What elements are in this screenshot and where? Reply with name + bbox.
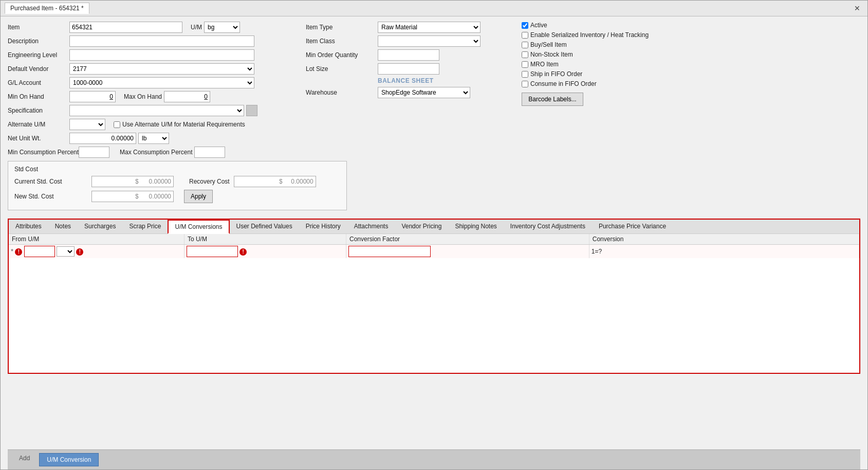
description-input[interactable] [69,35,254,47]
warehouse-label: Warehouse [306,89,378,96]
min-on-hand-input[interactable] [69,91,116,102]
item-input[interactable] [69,22,182,33]
max-on-hand-input[interactable] [164,91,210,102]
tab-scrap-price[interactable]: Scrap Price [122,220,168,233]
um-conversion-button[interactable]: U/M Conversion [39,453,99,466]
lot-size-label: Lot Size [306,65,378,73]
tab-price-history[interactable]: Price History [299,220,347,233]
mro-checkbox[interactable] [522,61,528,68]
tab-purchase-price[interactable]: Purchase Price Variance [592,220,673,233]
form-section: Item U/M bg Description Engine [8,22,860,213]
col-conversion-factor: Conversion Factor [346,234,589,245]
consume-fifo-checkbox[interactable] [522,81,528,87]
main-window: Purchased Item - 654321 * ✕ Item U/M bg [0,0,868,470]
from-um-input[interactable] [24,246,55,257]
tab-attachments[interactable]: Attachments [347,220,395,233]
warehouse-select[interactable]: ShopEdge Software [378,87,470,98]
conv-factor-input[interactable] [348,246,431,257]
conv-factor-cell [346,245,589,259]
tab-vendor-pricing[interactable]: Vendor Pricing [395,220,448,233]
content-area: Item U/M bg Description Engine [1,16,867,469]
buy-sell-checkbox[interactable] [522,42,528,48]
tab-content-um-conversions: From U/M To U/M Conversion Factor Conver… [9,234,859,373]
max-consumption-input[interactable] [194,147,225,158]
to-um-input[interactable] [187,246,238,257]
add-label[interactable]: Add [13,453,36,466]
new-std-cost-input[interactable] [91,191,174,202]
new-std-cost-label: New Std. Cost [14,193,91,200]
item-type-select[interactable]: Raw Material [378,22,481,33]
tabs-bar: Attributes Notes Surcharges Scrap Price … [9,220,859,234]
net-unit-wt-input[interactable] [69,133,136,144]
from-um-select-error-icon: ! [76,248,83,256]
mro-label: MRO Item [530,61,559,68]
use-alt-um-checkbox[interactable] [114,121,120,128]
from-um-error-icon: ! [15,248,22,256]
std-cost-title: Std Cost [14,166,340,173]
min-order-label: Min Order Quantity [306,51,378,59]
enable-serial-checkbox[interactable] [522,32,528,39]
title-bar: Purchased Item - 654321 * ✕ [1,1,867,16]
conversion-cell: 1=? [589,245,859,259]
vendor-select[interactable]: 2177 [69,63,254,75]
from-um-select[interactable] [57,246,75,257]
specification-color-box [246,105,257,116]
tab-surcharges[interactable]: Surcharges [78,220,122,233]
balance-sheet-row: BALANCE SHEET [306,77,511,84]
tab-inventory-cost[interactable]: Inventory Cost Adjustments [504,220,592,233]
item-class-row: Item Class [306,35,511,47]
active-checkbox[interactable] [522,22,528,29]
tab-shipping-notes[interactable]: Shipping Notes [448,220,503,233]
table-row: * ! ! ! [9,245,859,259]
active-label: Active [530,22,547,29]
ship-fifo-checkbox[interactable] [522,71,528,78]
tab-um-conversions[interactable]: U/M Conversions [168,220,229,234]
item-class-select[interactable] [378,35,481,47]
um-select[interactable]: bg [204,22,240,33]
lot-size-input[interactable] [378,63,439,75]
col-left: Item U/M bg Description Engine [8,22,296,210]
new-std-cost-row: New Std. Cost Apply [14,190,340,203]
apply-button[interactable]: Apply [184,190,213,203]
barcode-button[interactable]: Barcode Labels... [522,93,583,106]
current-std-cost-input[interactable] [91,176,174,187]
to-um-error-icon: ! [239,248,247,256]
item-type-label: Item Type [306,24,378,31]
gl-select[interactable]: 1000-0000 [69,77,254,88]
to-um-cell: ! [184,245,346,259]
tabs-container: Attributes Notes Surcharges Scrap Price … [8,219,860,374]
alt-um-select[interactable] [69,119,105,130]
col-right: Active Enable Serialized Inventory / Hea… [522,22,860,210]
vendor-row: Default Vendor 2177 [8,63,296,75]
non-stock-checkbox[interactable] [522,51,528,58]
alt-um-label: Alternate U/M [8,121,69,128]
col-conversion: Conversion [589,234,859,245]
use-alt-um-label: Use Alternate U/M for Material Requireme… [122,121,245,128]
specification-select[interactable] [69,105,244,116]
close-button[interactable]: ✕ [851,3,863,13]
min-on-hand-label: Min On Hand [8,93,69,100]
window-title-text: Purchased Item - 654321 * [10,5,84,12]
specification-row: Specification [8,105,296,116]
description-label: Description [8,38,69,45]
title-bar-left: Purchased Item - 654321 * [5,3,89,14]
item-type-row: Item Type Raw Material [306,22,511,33]
min-order-input[interactable] [378,49,439,61]
warehouse-row: Warehouse ShopEdge Software [306,87,511,98]
col-mid: Item Type Raw Material Item Class Min Or… [306,22,511,210]
net-unit-wt-um-select[interactable]: lb [138,133,169,144]
tab-notes[interactable]: Notes [48,220,78,233]
balance-sheet-label: BALANCE SHEET [378,77,434,84]
recovery-cost-input[interactable] [234,176,316,187]
non-stock-row: Non-Stock Item [522,51,860,58]
engineering-input[interactable] [69,49,254,61]
tab-user-defined[interactable]: User Defined Values [230,220,299,233]
active-row: Active [522,22,860,29]
three-col-layout: Item U/M bg Description Engine [8,22,860,210]
tab-attributes[interactable]: Attributes [9,220,48,233]
buy-sell-label: Buy/Sell Item [530,41,567,48]
engineering-label: Engineering Level [8,51,69,59]
non-stock-label: Non-Stock Item [530,51,573,58]
min-consumption-input[interactable] [79,147,109,158]
net-unit-wt-label: Net Unit Wt. [8,135,69,142]
